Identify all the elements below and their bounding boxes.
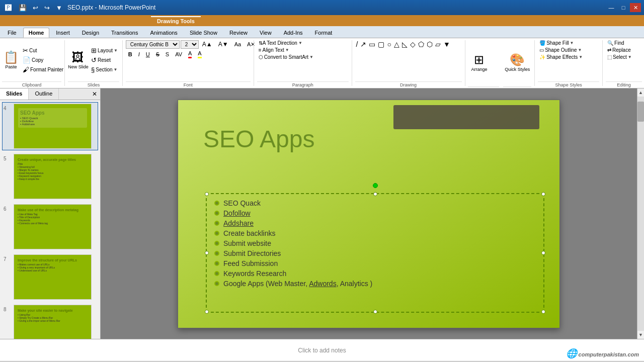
bullet-text-5: Submit website [223, 239, 271, 247]
slides-tab[interactable]: Slides [0, 88, 29, 100]
undo-button[interactable]: ↩ [31, 3, 40, 13]
layout-button[interactable]: ⊞ Layout ▼ [90, 46, 119, 55]
tab-addins[interactable]: Add-Ins [278, 28, 308, 38]
quick-styles-button[interactable]: 🎨 Quick Styles [503, 52, 531, 73]
bold-button[interactable]: B [126, 50, 135, 58]
handle-top-middle[interactable] [373, 192, 377, 196]
close-button[interactable]: ✕ [630, 3, 641, 12]
paste-button[interactable]: 📋 Paste [2, 49, 20, 70]
scroll-track[interactable] [637, 97, 644, 331]
handle-top-left[interactable] [205, 192, 209, 196]
text-content-box[interactable]: SEO Quack Dofollow Addshare Create [206, 193, 544, 313]
font-color-label: A [188, 50, 192, 56]
notes-placeholder[interactable]: Click to add notes [298, 347, 346, 354]
tab-format[interactable]: Format [309, 28, 338, 38]
shape-arrow[interactable]: ↗ [359, 40, 367, 49]
shape-effects-button[interactable]: ✨ Shape Effects ▼ [538, 54, 584, 60]
clipboard-content: 📋 Paste ✂ Cut 📄 Copy 🖌 Format Painter [2, 40, 61, 80]
font-size-select[interactable]: 24 [181, 40, 199, 49]
slide-canvas[interactable]: SEO Apps SEO Quack [178, 100, 560, 328]
rotate-handle[interactable] [373, 183, 378, 188]
panel-close-button[interactable]: ✕ [89, 88, 100, 100]
tab-transitions[interactable]: Transitions [106, 28, 143, 38]
shape-oval[interactable]: ○ [386, 40, 392, 49]
select-button[interactable]: ⬚ Select ▼ [606, 54, 633, 60]
window-controls: — □ ✕ [606, 3, 641, 12]
ribbon-group-quick-styles: 🎨 Quick Styles [501, 38, 533, 88]
handle-bottom-middle[interactable] [373, 310, 377, 314]
grow-font-button[interactable]: A▲ [200, 40, 215, 49]
shrink-font-button[interactable]: A▼ [216, 40, 231, 49]
cut-button[interactable]: ✂ Cut [21, 46, 65, 55]
app-icon: 🅿 [3, 3, 14, 13]
bullet-dot-8 [214, 271, 219, 276]
slide-item-8[interactable]: 8 Make your site easier to navigate • Us… [2, 303, 98, 339]
shape-fill-button[interactable]: 🪣 Shape Fill ▼ [538, 40, 575, 46]
italic-button[interactable]: I [136, 50, 142, 58]
format-painter-button[interactable]: 🖌 Format Painter [21, 65, 65, 74]
customize-qa[interactable]: ▼ [54, 3, 64, 13]
font-color-button[interactable]: A [186, 49, 194, 59]
tab-slideshow[interactable]: Slide Show [184, 28, 223, 38]
handle-bottom-left[interactable] [205, 310, 209, 314]
handle-middle-left[interactable] [205, 251, 209, 255]
tab-design[interactable]: Design [76, 28, 105, 38]
paragraph-group-label: Paragraph [257, 81, 349, 88]
tab-animations[interactable]: Animations [144, 28, 183, 38]
shape-para[interactable]: ▱ [434, 40, 442, 49]
scroll-up-arrow[interactable]: ▲ [637, 88, 644, 97]
paste-label: Paste [5, 64, 17, 69]
handle-bottom-right[interactable] [541, 310, 545, 314]
handle-middle-right[interactable] [541, 251, 545, 255]
slide-item-5[interactable]: 5 Create unique, accurate page titles iT… [2, 152, 98, 201]
handle-top-right[interactable] [541, 192, 545, 196]
arrange-button[interactable]: ⊞ Arrange [468, 52, 490, 73]
align-text-button[interactable]: ≡ Align Text ▼ [257, 47, 291, 53]
bullet-dot-2 [214, 211, 219, 216]
spacing-button[interactable]: AV [173, 50, 185, 58]
copy-button[interactable]: 📄 Copy [21, 56, 65, 64]
minimize-button[interactable]: — [606, 3, 617, 12]
shape-rect[interactable]: ▭ [368, 40, 376, 49]
shape-pentagon[interactable]: ⬠ [417, 40, 425, 49]
shape-fill-label: Shape Fill [546, 40, 569, 46]
scroll-down-arrow[interactable]: ▼ [637, 331, 644, 339]
new-slide-button[interactable]: 🖼 New Slide [68, 49, 89, 70]
tab-review[interactable]: Review [224, 28, 253, 38]
outline-tab[interactable]: Outline [29, 88, 59, 100]
scroll-thumb[interactable] [637, 102, 644, 122]
text-direction-button[interactable]: ⇅A Text Direction ▼ [257, 40, 304, 46]
shape-diamond[interactable]: ◇ [409, 40, 417, 49]
strikethrough-button[interactable]: S̶ [153, 50, 162, 59]
shape-outline-button[interactable]: ▭ Shape Outline ▼ [538, 47, 583, 53]
slide-item-4[interactable]: 4 SEO Apps • SEO Quack• Dofollow• Addsha… [2, 102, 98, 150]
highlight-button[interactable]: A [195, 49, 204, 59]
convert-smartart-button[interactable]: ⬡ Convert to SmartArt ▼ [257, 54, 315, 60]
maximize-button[interactable]: □ [618, 3, 629, 12]
font-name-select[interactable]: Century Gothic B [126, 40, 180, 49]
shadow-button[interactable]: S [163, 50, 172, 58]
case-button[interactable]: Aa [232, 40, 244, 48]
shape-round-rect[interactable]: ▢ [377, 40, 385, 49]
shape-line[interactable]: / [355, 40, 359, 49]
reset-button[interactable]: ↺ Reset [90, 56, 119, 64]
shape-more[interactable]: ▼ [442, 40, 451, 49]
section-label: Section [96, 67, 112, 72]
redo-button[interactable]: ↪ [42, 3, 52, 13]
shape-hex[interactable]: ⬡ [426, 40, 434, 49]
section-button[interactable]: § Section ▼ [90, 65, 119, 74]
slide-item-6[interactable]: 6 Make use of the description metatag • … [2, 203, 98, 251]
tab-home[interactable]: Home [23, 28, 50, 38]
slide-item-7[interactable]: 7 Improve the structure of your URLs • M… [2, 253, 98, 301]
slide-thumb-5: Create unique, accurate page titles iTit… [14, 154, 92, 199]
save-button[interactable]: 💾 [17, 3, 29, 13]
underline-button[interactable]: U [143, 50, 152, 58]
tab-view[interactable]: View [254, 28, 277, 38]
tab-file[interactable]: File [2, 28, 22, 38]
layout-icon: ⊞ [91, 47, 97, 54]
replace-button[interactable]: ⇄ Replace [606, 47, 632, 53]
shape-tri[interactable]: △ [393, 40, 400, 49]
shape-rt-tri[interactable]: ◺ [401, 40, 409, 49]
find-button[interactable]: 🔍 Find [606, 40, 625, 46]
tab-insert[interactable]: Insert [50, 28, 75, 38]
